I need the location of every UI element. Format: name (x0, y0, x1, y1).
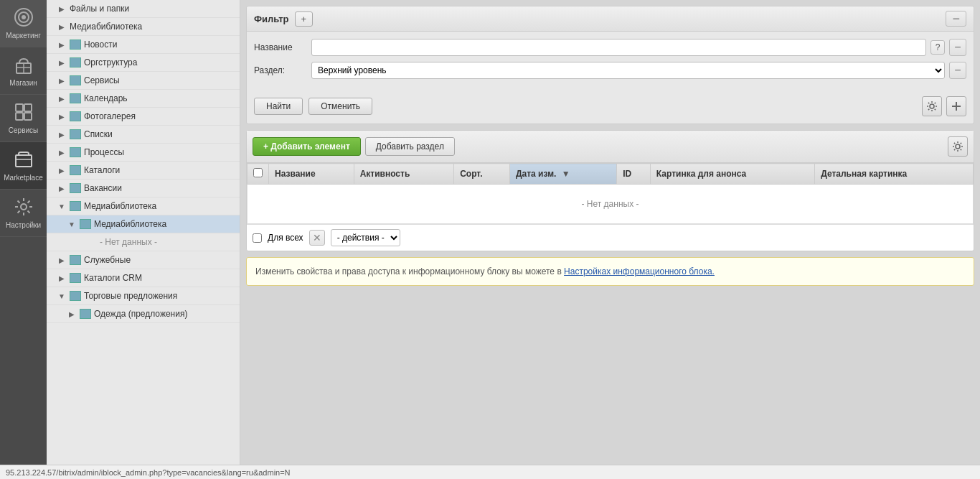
arrow-services (57, 75, 67, 85)
tree-item-medialib[interactable]: Медиабиблиотека (47, 18, 240, 36)
sort-arrow-icon: ▼ (562, 169, 570, 179)
statusbar-url: 95.213.224.57/bitrix/admin/iblock_admin.… (6, 468, 291, 477)
tree-item-processes[interactable]: Процессы (47, 144, 240, 162)
tree-item-medialib2[interactable]: Медиабиблиотека (47, 197, 240, 215)
tree-item-vacancies[interactable]: Вакансии (47, 180, 240, 197)
arrow-crmcatalogs (57, 273, 67, 283)
node-icon-news (70, 39, 81, 50)
tree-item-services[interactable]: Сервисы (47, 72, 240, 90)
content-toolbar: + Добавить элемент Добавить раздел (247, 131, 974, 163)
arrow-catalogs (57, 165, 67, 175)
filter-actions: Найти Отменить (247, 92, 974, 124)
tree-label-nodata: - Нет данных - (100, 237, 157, 247)
th-active[interactable]: Активность (354, 164, 454, 185)
filter-plus-button[interactable] (946, 96, 966, 116)
node-icon-medialib2 (70, 201, 81, 211)
tree-item-medialib2-sub[interactable]: Медиабиблиотека (47, 215, 240, 233)
filter-minimize-button[interactable]: − (946, 11, 966, 27)
info-settings-link[interactable]: Настройках информационного блока. (564, 266, 715, 276)
filter-find-button[interactable]: Найти (254, 98, 303, 115)
svg-rect-8 (16, 113, 23, 120)
table-footer: Для всех ✕ - действия - (247, 224, 974, 251)
filter-section-remove-button[interactable]: − (949, 62, 966, 79)
tree-label-files: Файлы и папки (70, 4, 129, 14)
tree-item-lists[interactable]: Списки (47, 126, 240, 144)
th-preview-img[interactable]: Картинка для анонса (650, 164, 814, 185)
th-detail-img[interactable]: Детальная картинка (815, 164, 974, 185)
tree-navigation: Файлы и папки Медиабиблиотека Новости Ор… (47, 0, 240, 479)
arrow-news (57, 39, 67, 50)
svg-point-13 (930, 104, 934, 108)
tree-item-photogallery[interactable]: Фотогалерея (47, 108, 240, 126)
select-all-checkbox[interactable] (253, 168, 263, 177)
arrow-lists (57, 129, 67, 139)
services-icon (14, 102, 34, 124)
marketplace-icon (14, 149, 34, 171)
filter-name-input-wrap: ? − (311, 39, 966, 56)
node-icon-medialib2-sub (80, 219, 91, 229)
arrow-calendar (57, 93, 67, 103)
sidebar-item-marketplace[interactable]: Marketplace (0, 142, 47, 190)
tree-label-catalogs: Каталоги (84, 165, 120, 175)
sidebar-item-settings[interactable]: Настройки (0, 190, 47, 237)
tree-item-calendar[interactable]: Календарь (47, 90, 240, 108)
filter-name-help-button[interactable]: ? (930, 40, 945, 55)
filter-add-button[interactable]: + (295, 11, 314, 27)
arrow-files (57, 4, 67, 14)
th-id[interactable]: ID (617, 164, 651, 185)
main-content: Фильтр + − Название ? − Раздел: Верхний … (240, 0, 980, 479)
arrow-medialib (57, 22, 67, 32)
tree-label-processes: Процессы (84, 147, 124, 157)
tree-label-photogallery: Фотогалерея (84, 111, 136, 121)
tree-label-vacancies: Вакансии (84, 183, 122, 193)
th-sort[interactable]: Сорт. (454, 164, 510, 185)
filter-name-label: Название (254, 42, 311, 52)
tree-label-medialib: Медиабиблиотека (70, 22, 142, 32)
sidebar-item-services[interactable]: Сервисы (0, 95, 47, 142)
tree-label-lists: Списки (84, 129, 113, 139)
sidebar-item-shop-label: Магазин (9, 79, 37, 87)
svg-point-2 (22, 15, 26, 19)
filter-name-input[interactable] (311, 39, 926, 56)
node-icon-crmcatalogs (70, 273, 81, 283)
filter-title: Фильтр (254, 14, 289, 24)
filter-header-left: Фильтр + (254, 11, 313, 27)
filter-panel: Фильтр + − Название ? − Раздел: Верхний … (246, 6, 974, 124)
filter-cancel-button[interactable]: Отменить (308, 98, 372, 115)
add-section-button[interactable]: Добавить раздел (365, 137, 455, 156)
tree-label-news: Новости (84, 39, 117, 50)
sidebar-item-marketing[interactable]: Маркетинг (0, 0, 47, 47)
node-icon-photogallery (70, 111, 81, 121)
content-area: + Добавить элемент Добавить раздел (246, 130, 974, 251)
tree-item-files[interactable]: Файлы и папки (47, 0, 240, 18)
tree-item-clothes[interactable]: Одежда (предложения) (47, 305, 240, 323)
filter-header: Фильтр + − (247, 6, 974, 32)
svg-rect-7 (24, 104, 32, 111)
filter-section-select[interactable]: Верхний уровень (311, 62, 945, 79)
sidebar-item-shop[interactable]: Магазин (0, 47, 47, 95)
tree-item-official[interactable]: Служебные (47, 251, 240, 269)
tree-label-medialib2: Медиабиблиотека (84, 201, 156, 211)
content-gear-button[interactable] (948, 136, 968, 157)
node-icon-catalogs (70, 165, 81, 175)
footer-checkbox[interactable] (253, 233, 262, 243)
th-date[interactable]: Дата изм. ▼ (510, 164, 617, 185)
node-icon-services (70, 75, 81, 85)
filter-actions-left: Найти Отменить (254, 98, 372, 115)
node-icon-vacancies (70, 183, 81, 193)
node-icon-official (70, 255, 81, 265)
svg-rect-10 (16, 155, 32, 167)
th-name[interactable]: Название (269, 164, 354, 185)
filter-gear-button[interactable] (922, 96, 942, 116)
tree-item-news[interactable]: Новости (47, 36, 240, 54)
arrow-medialib2-sub (67, 219, 77, 229)
tree-item-orgstruct[interactable]: Оргструктура (47, 54, 240, 72)
filter-name-remove-button[interactable]: − (949, 39, 966, 56)
info-block: Изменить свойства и права доступа к инфо… (246, 257, 974, 286)
footer-close-button[interactable]: ✕ (309, 230, 325, 246)
actions-select[interactable]: - действия - (331, 229, 400, 246)
tree-item-catalogs[interactable]: Каталоги (47, 162, 240, 180)
tree-item-crmcatalogs[interactable]: Каталоги CRM (47, 269, 240, 287)
add-element-button[interactable]: + Добавить элемент (253, 137, 361, 156)
tree-item-offers[interactable]: Торговые предложения (47, 287, 240, 305)
